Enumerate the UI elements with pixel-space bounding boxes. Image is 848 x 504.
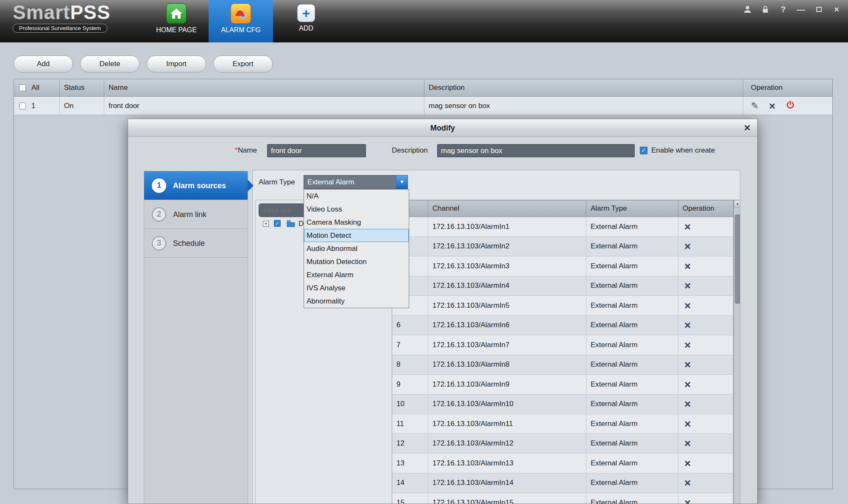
step-alarm-sources[interactable]: 1 Alarm sources: [144, 171, 248, 200]
channel-row-number: 14: [392, 473, 428, 493]
channel-operation-cell: ×: [678, 454, 733, 473]
channel-row-number: 13: [392, 454, 428, 473]
channel-operation-cell: ×: [678, 434, 733, 454]
remove-channel-icon[interactable]: ×: [684, 341, 691, 349]
edit-icon[interactable]: ✎: [751, 100, 759, 111]
channel-alarm-type: External Alarm: [586, 355, 678, 375]
remove-channel-icon[interactable]: ×: [684, 400, 691, 408]
channel-row: 9172.16.13.103/AlarmIn9External Alarm×: [392, 375, 733, 395]
lock-icon[interactable]: [760, 4, 771, 14]
remove-channel-icon[interactable]: ×: [684, 301, 691, 310]
channel-row-number: 10: [392, 395, 428, 415]
help-icon[interactable]: ?: [778, 4, 789, 14]
scroll-up-icon[interactable]: ▲: [734, 200, 740, 207]
channel-alarm-type: External Alarm: [586, 335, 678, 355]
channel-operation-cell: ×: [678, 316, 733, 336]
tab-alarm-cfg[interactable]: ALARM CFG: [209, 0, 273, 42]
close-dialog-icon[interactable]: ×: [744, 119, 750, 136]
channel-table: Channel Alarm Type Operation 1172.16.13.…: [392, 200, 734, 504]
brand-text: SmartPSS: [13, 2, 110, 23]
alarm-type-option[interactable]: Video Loss: [304, 203, 409, 216]
remove-channel-icon[interactable]: ×: [684, 321, 691, 329]
tree-node-checkbox[interactable]: ✓: [274, 220, 281, 227]
channel-row-number: 8: [392, 355, 428, 375]
alarm-type-option[interactable]: N/A: [304, 189, 409, 203]
restore-icon[interactable]: [813, 4, 824, 14]
remove-channel-icon[interactable]: ×: [684, 380, 691, 389]
step-schedule[interactable]: 3 Schedule: [144, 229, 248, 258]
remove-channel-icon[interactable]: ×: [684, 439, 691, 448]
channel-row: 1172.16.13.103/AlarmIn1External Alarm×: [392, 217, 733, 237]
tab-add[interactable]: + ADD: [276, 0, 336, 42]
description-field[interactable]: [437, 144, 635, 157]
minimize-icon[interactable]: —: [795, 4, 806, 14]
channel-row-number: 9: [392, 375, 428, 395]
remove-channel-icon[interactable]: ×: [684, 262, 691, 270]
header-operation: Operation: [743, 79, 832, 96]
channel-alarm-type: External Alarm: [586, 276, 678, 296]
alarm-type-option[interactable]: Abnormality: [304, 295, 409, 308]
user-icon[interactable]: [742, 4, 753, 14]
export-button[interactable]: Export: [213, 56, 273, 72]
vertical-scrollbar[interactable]: ▲: [734, 200, 740, 504]
select-all-checkbox[interactable]: [19, 84, 26, 91]
alarm-type-option[interactable]: External Alarm: [304, 268, 409, 281]
channel-alarm-type: External Alarm: [586, 395, 678, 415]
channel-name: 172.16.13.103/AlarmIn10: [428, 395, 586, 415]
channel-alarm-type: External Alarm: [586, 493, 678, 504]
channel-alarm-type: External Alarm: [586, 316, 678, 336]
remove-channel-icon[interactable]: ×: [684, 459, 691, 468]
channel-alarm-type: External Alarm: [586, 414, 678, 434]
table-row: 1 On front door mag sensor on box ✎ ×: [14, 97, 832, 115]
remove-channel-icon[interactable]: ×: [684, 360, 691, 369]
modify-dialog: Modify × *Name Description ✓ Enable when…: [128, 119, 758, 504]
alarm-type-option[interactable]: Motion Detect: [304, 229, 409, 242]
channel-operation-cell: ×: [678, 414, 733, 434]
channel-row: 15172.16.13.103/AlarmIn15External Alarm×: [392, 493, 733, 504]
remove-channel-icon[interactable]: ×: [684, 479, 691, 487]
delete-button[interactable]: Delete: [80, 56, 139, 72]
alarm-type-option[interactable]: Audio Abnormal: [304, 242, 409, 255]
alarm-type-dropdown-list: N/AVideo LossCamera MaskingMotion Detect…: [304, 189, 409, 308]
channel-row: 7172.16.13.103/AlarmIn7External Alarm×: [392, 335, 733, 355]
tree-expand-icon[interactable]: +: [263, 221, 269, 227]
name-field[interactable]: [267, 144, 366, 157]
alarm-type-option[interactable]: Mutation Detection: [304, 255, 409, 268]
add-button[interactable]: Add: [14, 56, 73, 72]
channel-alarm-type: External Alarm: [586, 256, 678, 276]
alarm-type-select[interactable]: External Alarm ▼: [304, 175, 408, 189]
alarm-sources-panel: Alarm Type External Alarm ▼ + ✓ D Channe…: [252, 170, 740, 504]
delete-icon[interactable]: ×: [769, 102, 775, 110]
name-label: *Name: [235, 143, 257, 158]
chevron-down-icon[interactable]: ▼: [396, 175, 407, 189]
channel-name: 172.16.13.103/AlarmIn12: [428, 434, 586, 454]
power-icon[interactable]: [786, 100, 795, 111]
tab-label: HOME PAGE: [144, 26, 209, 34]
alarm-type-option[interactable]: Camera Masking: [304, 216, 409, 229]
channel-row-number: 15: [392, 493, 428, 504]
channel-alarm-type: External Alarm: [586, 434, 678, 454]
channel-row: 13172.16.13.103/AlarmIn13External Alarm×: [392, 454, 733, 473]
close-window-icon[interactable]: ×: [831, 4, 842, 14]
alarm-type-option[interactable]: IVS Analyse: [304, 281, 409, 295]
remove-channel-icon[interactable]: ×: [684, 498, 691, 504]
channel-name: 172.16.13.103/AlarmIn3: [428, 256, 586, 276]
home-icon: [166, 3, 187, 24]
row-checkbox[interactable]: [19, 103, 26, 109]
remove-channel-icon[interactable]: ×: [684, 223, 691, 231]
enable-when-create-checkbox[interactable]: ✓: [640, 147, 647, 154]
remove-channel-icon[interactable]: ×: [684, 420, 691, 428]
remove-channel-icon[interactable]: ×: [684, 281, 691, 290]
scrollbar-thumb[interactable]: [735, 214, 740, 304]
channel-operation-cell: ×: [678, 375, 733, 395]
row-operation: ✎ ×: [743, 97, 832, 115]
import-button[interactable]: Import: [147, 56, 206, 72]
step-alarm-link[interactable]: 2 Alarm link: [144, 200, 248, 229]
remove-channel-icon[interactable]: ×: [684, 242, 691, 251]
channel-operation-cell: ×: [678, 276, 733, 296]
row-name: front door: [104, 97, 424, 115]
step-label: Schedule: [173, 229, 205, 258]
tab-home-page[interactable]: HOME PAGE: [144, 0, 209, 42]
window-controls: ? — ×: [742, 4, 842, 14]
channel-row: 4172.16.13.103/AlarmIn4External Alarm×: [392, 276, 733, 296]
